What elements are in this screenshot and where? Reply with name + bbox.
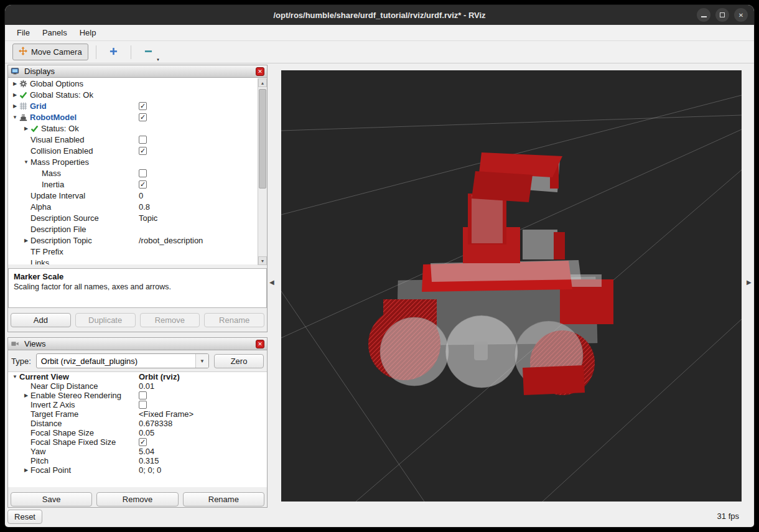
property-label: Focal Point [30, 465, 71, 475]
property-value[interactable]: 5.04 [139, 447, 154, 456]
rename-button[interactable]: Rename [183, 492, 264, 506]
property-value[interactable]: 0.678338 [139, 419, 172, 428]
views-row-near-clip-distance[interactable]: Near Clip Distance0.01 [8, 381, 267, 391]
window-controls: ✕ [697, 8, 748, 22]
expander-collapsed-icon[interactable]: ▶ [22, 238, 30, 243]
rename-button: Rename [204, 313, 264, 327]
property-value[interactable]: 0; 0; 0 [139, 465, 161, 475]
reset-button[interactable]: Reset [7, 510, 42, 524]
displays-row-update-interval[interactable]: Update Interval0 [8, 190, 267, 201]
displays-row-description-file[interactable]: Description File [8, 223, 267, 235]
minimize-button[interactable] [697, 8, 710, 22]
displays-row-robotmodel[interactable]: ▼RobotModel✓ [8, 111, 267, 123]
checkbox-inertia[interactable]: ✓ [139, 180, 147, 189]
displays-row-description-source[interactable]: Description SourceTopic [8, 212, 267, 223]
expander-collapsed-icon[interactable]: ▶ [22, 467, 30, 473]
expander-expanded-icon[interactable]: ▼ [22, 159, 30, 165]
displays-scrollbar[interactable]: ▲ ▼ [258, 78, 267, 265]
property-value[interactable]: <Fixed Frame> [139, 409, 193, 419]
displays-row-links[interactable]: Links [8, 257, 267, 264]
views-row-current-view[interactable]: ▼Current ViewOrbit (rviz) [8, 372, 267, 381]
property-value[interactable]: /robot_description [139, 236, 203, 245]
expander-collapsed-icon[interactable]: ▶ [11, 81, 19, 86]
menu-item-help[interactable]: Help [74, 26, 102, 39]
checkbox-robotmodel[interactable]: ✓ [139, 113, 147, 121]
expander-collapsed-icon[interactable]: ▶ [11, 103, 19, 109]
property-label: Global Options [30, 79, 83, 88]
property-label: Links [30, 258, 49, 265]
expander-collapsed-icon[interactable]: ▶ [22, 126, 30, 131]
displays-row-mass-properties[interactable]: ▼Mass Properties [8, 156, 267, 167]
remove-tool-button[interactable]: ▾ [139, 45, 158, 60]
menu-item-file[interactable]: File [11, 26, 35, 39]
checkbox-grid[interactable]: ✓ [139, 102, 147, 110]
expander-expanded-icon[interactable]: ▼ [11, 114, 19, 120]
remove-button[interactable]: Remove [96, 492, 178, 506]
scrollbar-thumb[interactable] [259, 89, 266, 189]
checkbox-enable-stereo-rendering[interactable] [139, 391, 147, 399]
scroll-down-icon[interactable]: ▼ [258, 256, 267, 265]
toolbar-separator [96, 45, 96, 59]
status-ok-icon [19, 91, 30, 99]
checkbox-collision-enabled[interactable]: ✓ [139, 147, 147, 155]
property-value[interactable]: 0.315 [139, 456, 159, 465]
property-value[interactable]: 0.01 [139, 381, 154, 391]
expander-collapsed-icon[interactable]: ▶ [22, 393, 30, 398]
displays-panel-header[interactable]: Displays ✕ [8, 65, 267, 78]
property-value[interactable]: Topic [139, 213, 157, 223]
expander-collapsed-icon[interactable]: ▶ [11, 92, 19, 98]
save-button[interactable]: Save [11, 492, 92, 506]
3d-viewport[interactable] [281, 70, 742, 502]
views-tree: ▼Current ViewOrbit (rviz)Near Clip Dista… [8, 371, 267, 487]
add-button[interactable]: Add [11, 313, 71, 327]
views-row-distance[interactable]: Distance0.678338 [8, 419, 267, 428]
panel-collapse-right-arrow[interactable]: ▶ [747, 279, 752, 286]
views-row-yaw[interactable]: Yaw5.04 [8, 447, 267, 456]
property-value[interactable]: 0.05 [139, 428, 154, 437]
3d-scene [281, 70, 742, 502]
displays-row-global-options[interactable]: ▶Global Options [8, 78, 267, 89]
close-button[interactable]: ✕ [734, 8, 748, 22]
property-label: Focal Shape Size [30, 428, 94, 437]
scroll-up-icon[interactable]: ▲ [258, 78, 267, 87]
views-panel-header[interactable]: Views ✕ [8, 338, 267, 350]
displays-row-tf-prefix[interactable]: TF Prefix [8, 246, 267, 257]
property-value[interactable]: 0 [139, 191, 143, 200]
property-value[interactable]: Orbit (rviz) [139, 372, 180, 381]
views-row-focal-point[interactable]: ▶Focal Point0; 0; 0 [8, 465, 267, 475]
checkbox-mass[interactable] [139, 169, 147, 177]
move-camera-tool-button[interactable]: Move Camera [12, 44, 88, 60]
displays-row-collision-enabled[interactable]: Collision Enabled✓ [8, 145, 267, 156]
views-panel-close-button[interactable]: ✕ [256, 340, 264, 348]
property-label: Invert Z Axis [30, 400, 75, 409]
views-row-target-frame[interactable]: Target Frame<Fixed Frame> [8, 409, 267, 419]
panel-collapse-left-arrow[interactable]: ◀ [269, 279, 274, 286]
titlebar[interactable]: /opt/ros/humble/share/urdf_tutorial/rviz… [5, 5, 754, 25]
checkbox-visual-enabled[interactable] [139, 136, 147, 144]
displays-row-inertia[interactable]: Inertia✓ [8, 179, 267, 190]
views-row-focal-shape-size[interactable]: Focal Shape Size0.05 [8, 428, 267, 437]
zero-button[interactable]: Zero [214, 354, 264, 368]
dropdown-arrow-icon[interactable]: ▾ [157, 57, 159, 62]
displays-row-description-topic[interactable]: ▶Description Topic/robot_description [8, 235, 267, 246]
views-row-focal-shape-fixed-size[interactable]: Focal Shape Fixed Size✓ [8, 437, 267, 447]
views-row-invert-z-axis[interactable]: Invert Z Axis [8, 400, 267, 409]
displays-row-global-status-ok[interactable]: ▶Global Status: Ok [8, 89, 267, 100]
displays-row-mass[interactable]: Mass [8, 167, 267, 179]
displays-row-visual-enabled[interactable]: Visual Enabled [8, 134, 267, 145]
displays-panel: Displays ✕ ▶Global Options▶Global Status… [7, 65, 268, 332]
view-type-dropdown[interactable]: Orbit (rviz_default_plugins) ▼ [36, 353, 209, 368]
displays-row-status-ok[interactable]: ▶Status: Ok [8, 123, 267, 134]
expander-expanded-icon[interactable]: ▼ [11, 374, 19, 380]
checkbox-invert-z-axis[interactable] [139, 401, 147, 409]
property-value[interactable]: 0.8 [139, 202, 150, 212]
views-row-enable-stereo-rendering[interactable]: ▶Enable Stereo Rendering [8, 391, 267, 400]
displays-panel-close-button[interactable]: ✕ [256, 67, 264, 76]
add-tool-button[interactable] [104, 45, 123, 60]
displays-row-grid[interactable]: ▶Grid✓ [8, 100, 267, 111]
maximize-button[interactable] [715, 8, 729, 22]
displays-row-alpha[interactable]: Alpha0.8 [8, 201, 267, 212]
checkbox-focal-shape-fixed-size[interactable]: ✓ [139, 438, 147, 446]
menu-item-panels[interactable]: Panels [37, 26, 73, 39]
views-row-pitch[interactable]: Pitch0.315 [8, 456, 267, 465]
